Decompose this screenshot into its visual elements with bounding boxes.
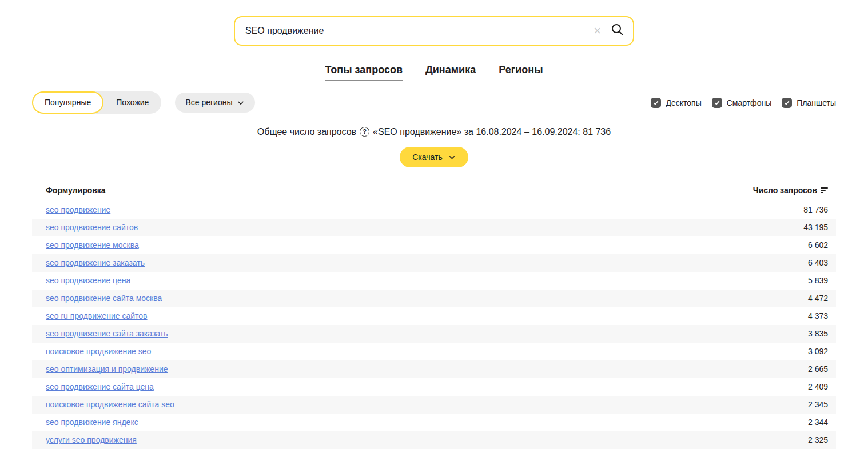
checkbox-checked-icon xyxy=(651,98,661,108)
download-button-label: Скачать xyxy=(412,153,443,162)
count-cell: 2 325 xyxy=(540,431,836,449)
phrase-link[interactable]: seo продвижение сайта цена xyxy=(46,382,154,391)
search-input[interactable] xyxy=(245,26,594,36)
phrase-link[interactable]: seo продвижение заказать xyxy=(46,258,145,267)
checkbox-checked-icon xyxy=(712,98,722,108)
table-row: услуги seo продвижения 2 325 xyxy=(32,431,836,449)
table-row: seo ru продвижение сайтов 4 373 xyxy=(32,307,836,325)
phrase-link[interactable]: поисковое продвижение seo xyxy=(46,347,151,356)
region-selector-label: Все регионы xyxy=(185,98,232,107)
tab-bar: Топы запросов Динамика Регионы xyxy=(0,64,868,81)
column-header-count-label: Число запросов xyxy=(753,186,817,195)
checkbox-desktops-label: Десктопы xyxy=(666,98,701,107)
phrase-link[interactable]: seo продвижение сайта заказать xyxy=(46,329,168,338)
checkbox-desktops[interactable]: Десктопы xyxy=(651,98,701,108)
phrase-link[interactable]: seo продвижение сайта москва xyxy=(46,294,162,303)
count-cell: 5 839 xyxy=(540,272,836,290)
count-cell: 3 092 xyxy=(540,343,836,360)
table-row: seo продвижение яндекс 2 344 xyxy=(32,414,836,431)
total-queries-summary: Общее число запросов?«SEO продвижение» з… xyxy=(0,126,868,137)
search-bar: × xyxy=(234,16,634,46)
count-cell: 2 665 xyxy=(540,360,836,378)
device-filters: Десктопы Смартфоны Планшеты xyxy=(651,98,836,108)
phrase-link[interactable]: seo продвижение сайтов xyxy=(46,223,138,232)
sort-descending-icon[interactable] xyxy=(821,187,828,193)
summary-prefix: Общее число запросов xyxy=(257,127,356,137)
chevron-down-icon xyxy=(237,99,245,107)
count-cell: 4 472 xyxy=(540,290,836,307)
checkbox-tablets[interactable]: Планшеты xyxy=(782,98,836,108)
count-cell: 6 403 xyxy=(540,254,836,272)
help-icon[interactable]: ? xyxy=(360,127,369,137)
region-selector[interactable]: Все регионы xyxy=(175,93,255,113)
checkbox-checked-icon xyxy=(782,98,792,108)
phrase-link[interactable]: seo продвижение xyxy=(46,205,110,214)
table-header-row: Формулировка Число запросов xyxy=(32,181,836,201)
search-icon xyxy=(610,22,625,39)
count-cell: 6 602 xyxy=(540,236,836,254)
phrase-link[interactable]: seo продвижение москва xyxy=(46,240,139,250)
checkbox-smartphones[interactable]: Смартфоны xyxy=(712,98,772,108)
clear-icon[interactable]: × xyxy=(594,25,601,37)
chevron-down-icon xyxy=(448,154,456,161)
search-submit-button[interactable] xyxy=(610,22,625,39)
table-row: поисковое продвижение seo 3 092 xyxy=(32,343,836,360)
table-row: seo продвижение 81 736 xyxy=(32,201,836,219)
phrase-link[interactable]: услуги seo продвижения xyxy=(46,435,137,444)
table-row: seo продвижение москва 6 602 xyxy=(32,236,836,254)
column-header-count[interactable]: Число запросов xyxy=(540,181,836,201)
table-row: seo продвижение заказать 6 403 xyxy=(32,254,836,272)
phrase-link[interactable]: поисковое продвижение сайта seo xyxy=(46,400,174,409)
count-cell: 2 409 xyxy=(540,378,836,396)
download-button[interactable]: Скачать xyxy=(400,147,468,167)
count-cell: 3 835 xyxy=(540,325,836,343)
tab-regions[interactable]: Регионы xyxy=(499,64,543,81)
count-cell: 43 195 xyxy=(540,219,836,236)
count-cell: 2 344 xyxy=(540,414,836,431)
phrase-link[interactable]: seo продвижение яндекс xyxy=(46,418,138,427)
tab-dynamics[interactable]: Динамика xyxy=(425,64,476,81)
column-header-phrase: Формулировка xyxy=(32,181,540,201)
toggle-popular[interactable]: Популярные xyxy=(32,91,103,114)
search-box[interactable]: × xyxy=(234,16,634,46)
query-type-toggle: Популярные Похожие xyxy=(32,91,161,114)
checkbox-tablets-label: Планшеты xyxy=(797,98,836,107)
phrase-link[interactable]: seo оптимизация и продвижение xyxy=(46,364,168,374)
tab-top-queries[interactable]: Топы запросов xyxy=(325,64,403,81)
summary-rest: «SEO продвижение» за 16.08.2024 – 16.09.… xyxy=(373,127,611,137)
table-row: seo продвижение сайтов 43 195 xyxy=(32,219,836,236)
phrase-link[interactable]: seo ru продвижение сайтов xyxy=(46,311,148,320)
filter-row: Популярные Похожие Все регионы Десктопы xyxy=(32,91,836,114)
phrase-link[interactable]: seo продвижение цена xyxy=(46,276,130,285)
count-cell: 4 373 xyxy=(540,307,836,325)
table-row: seo продвижение цена 5 839 xyxy=(32,272,836,290)
checkbox-smartphones-label: Смартфоны xyxy=(727,98,772,107)
queries-table: Формулировка Число запросов seo продвиже… xyxy=(32,181,836,449)
count-cell: 2 345 xyxy=(540,396,836,414)
table-row: поисковое продвижение сайта seo 2 345 xyxy=(32,396,836,414)
table-row: seo продвижение сайта цена 2 409 xyxy=(32,378,836,396)
toggle-similar[interactable]: Похожие xyxy=(103,91,161,114)
table-row: seo продвижение сайта заказать 3 835 xyxy=(32,325,836,343)
count-cell: 81 736 xyxy=(540,201,836,219)
table-row: seo оптимизация и продвижение 2 665 xyxy=(32,360,836,378)
table-row: seo продвижение сайта москва 4 472 xyxy=(32,290,836,307)
